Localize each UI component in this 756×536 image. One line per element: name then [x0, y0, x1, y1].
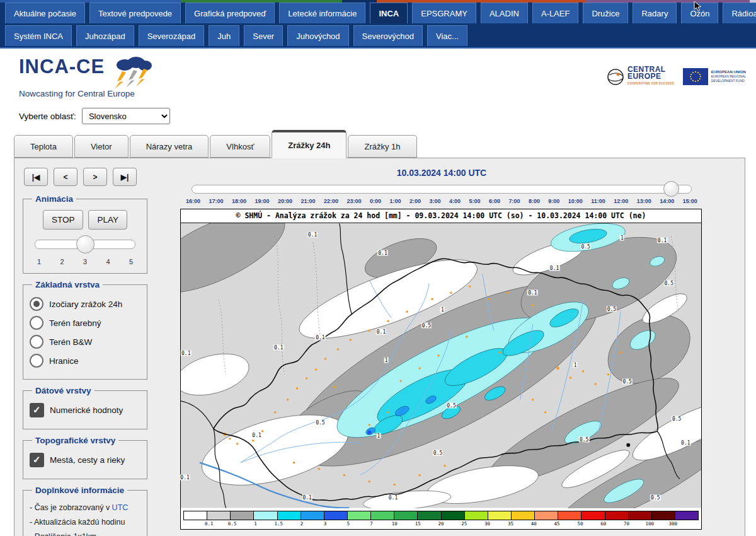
parameter-tab-label: Teplota: [30, 142, 57, 151]
nav-tab[interactable]: Aktuálne počasie: [5, 3, 85, 23]
data-layers-options: Numerické hodnoty: [30, 403, 140, 417]
topo-layers-options: Mestá, cesty a rieky: [30, 453, 140, 467]
color-scale-cell: [512, 511, 535, 520]
radio-label: Izočiary zrážok 24h: [49, 300, 122, 309]
frame-nav-button[interactable]: >: [83, 168, 107, 186]
timeline-tick-label: 0:00: [370, 198, 381, 204]
color-scale-cell: [371, 511, 394, 520]
speed-ticks: 12345: [37, 258, 133, 265]
animation-legend: Animácia: [32, 194, 76, 204]
precipitation-map-box: © SHMÚ - Analýza zrážok za 24 hod [mm] -…: [180, 209, 702, 530]
timeline-tick-label: 6:00: [489, 198, 500, 204]
timeline-tick-label: 18:00: [232, 198, 246, 204]
timeline-tick-label: 9:00: [548, 198, 559, 204]
speed-slider[interactable]: [35, 240, 135, 249]
mouse-cursor: [694, 1, 702, 12]
stop-button[interactable]: STOP: [43, 210, 84, 230]
timeline-slider-handle[interactable]: [663, 181, 679, 197]
frame-nav-button[interactable]: <: [54, 168, 77, 186]
nav-tab[interactable]: Letecké informácie: [279, 3, 365, 23]
partner-logos: CENTRAL EUROPE COOPERATING FOR SUCCESS E…: [606, 66, 746, 87]
topo-layer-checkbox[interactable]: Mestá, cesty a rieky: [30, 453, 140, 467]
nav-subtab[interactable]: Juh: [209, 25, 239, 46]
nav-tab[interactable]: Radary: [633, 3, 677, 23]
contour-label: 0.5: [664, 280, 674, 286]
parameter-tab[interactable]: Teplota: [14, 135, 73, 158]
color-scale-label: 0.5: [228, 521, 237, 527]
contour-label: 0.1: [315, 334, 325, 340]
nav-tab-label: Textové predpovede: [98, 9, 172, 18]
color-scale-label: 5: [346, 521, 350, 527]
contour-label: 1: [376, 433, 381, 439]
timeline-tick-label: 13:00: [637, 198, 651, 204]
contour-label: 0.5: [433, 450, 443, 455]
color-scale-cell: [629, 511, 652, 520]
contour-label: 0.1: [680, 440, 690, 446]
nav-subtab[interactable]: Viac...: [427, 25, 467, 46]
color-scale-cell: [254, 511, 277, 520]
nav-subtab[interactable]: Sever: [244, 25, 283, 46]
utc-link[interactable]: UTC: [112, 503, 129, 512]
nav-subtab[interactable]: Systém INCA: [5, 25, 72, 46]
topo-layers-fieldset: Topografické vrstvy Mestá, cesty a rieky: [23, 436, 147, 479]
eu-logo: EUROPEAN UNION EUROPEAN REGIONAL DEVELOP…: [683, 68, 746, 85]
frame-nav-icon: ▶|: [121, 173, 129, 182]
nav-tab-label: INCA: [379, 9, 399, 18]
contour-label: 0.1: [388, 495, 398, 501]
parameter-tab[interactable]: Zrážky 1h: [348, 135, 416, 158]
nav-tab[interactable]: A-LAEF: [532, 3, 579, 23]
nav-tab[interactable]: INCA: [370, 3, 408, 23]
nav-tab[interactable]: EPSGRAMY: [412, 3, 476, 23]
timeline-tick-label: 17:00: [209, 198, 224, 204]
base-layer-radio[interactable]: Hranice: [30, 354, 140, 368]
nav-tab[interactable]: Grafická predpoveď: [185, 3, 275, 23]
contour-label: 0.5: [672, 416, 682, 421]
timeline-tick-label: 15:00: [683, 198, 697, 204]
parameter-tab[interactable]: Zrážky 24h: [272, 130, 346, 158]
map-area: 10.03.2024 14:00 UTC 16:0017:0018:0019:0…: [180, 166, 703, 536]
nav-tab[interactable]: Textové predpovede: [89, 3, 181, 23]
contour-label: 0.1: [377, 250, 387, 255]
parameter-tab[interactable]: Vlhkosť: [210, 135, 270, 158]
nav-tab[interactable]: Rádioaktivita: [723, 3, 756, 23]
base-layer-radio[interactable]: Izočiary zrážok 24h: [30, 297, 140, 311]
contour-label: 0.5: [607, 306, 617, 312]
contour-label: 0.1: [251, 432, 261, 438]
base-layer-radio[interactable]: Terén B&W: [30, 335, 140, 349]
color-scale-cell: [184, 511, 207, 520]
frame-nav-button[interactable]: |◀: [24, 168, 48, 186]
nav-subtab[interactable]: Severovýchod: [353, 25, 423, 46]
data-layer-checkbox[interactable]: Numerické hodnoty: [30, 403, 140, 417]
inca-ce-logo: INCA-CE Nowcasting for Central Europe: [19, 56, 154, 98]
info-text: - Aktualizácia každú hodinu: [30, 518, 125, 527]
base-layer-radio[interactable]: Terén farebný: [30, 316, 140, 330]
parameter-tab-label: Vietor: [91, 142, 112, 151]
speed-slider-handle[interactable]: [76, 235, 94, 253]
base-layer-fieldset: Základná vrstva Izočiary zrážok 24h Teré…: [23, 280, 147, 380]
frame-nav-icon: <: [63, 173, 67, 182]
nav-subtab[interactable]: Severozápad: [139, 25, 205, 46]
radio-icon: [30, 316, 43, 330]
parameter-tab[interactable]: Nárazy vetra: [130, 135, 209, 158]
parameter-tab[interactable]: Vietor: [74, 135, 129, 158]
region-select[interactable]: Slovensko: [82, 108, 170, 124]
color-scale-label: 40: [531, 521, 537, 527]
contour-label: 0.5: [650, 495, 660, 501]
nav-subtab[interactable]: Juhovýchod: [287, 25, 348, 46]
color-scale: 0.10.511.5235710152025303540455060701003…: [181, 508, 701, 529]
map-graphic: [181, 223, 701, 508]
timeline-slider[interactable]: [192, 185, 692, 194]
timeline-tick-label: 23:00: [347, 198, 362, 204]
frame-nav-button[interactable]: ▶|: [113, 168, 137, 186]
page-header: INCA-CE Nowcasting for Central Europe CE…: [0, 49, 756, 129]
nav-tab[interactable]: ALADIN: [481, 3, 528, 23]
nav-subtab[interactable]: Juhozápad: [76, 25, 134, 46]
timeline-tick-label: 14:00: [660, 198, 674, 204]
color-scale-cell: [348, 511, 371, 520]
nav-tab-label: Radary: [641, 9, 668, 18]
contour-label: 0.5: [579, 436, 589, 442]
color-scale-label: 30: [484, 521, 490, 527]
play-button[interactable]: PLAY: [88, 210, 127, 230]
nav-tab[interactable]: Družice: [583, 3, 628, 23]
region-selector-row: Vyberte oblasť: Slovensko: [19, 108, 170, 124]
